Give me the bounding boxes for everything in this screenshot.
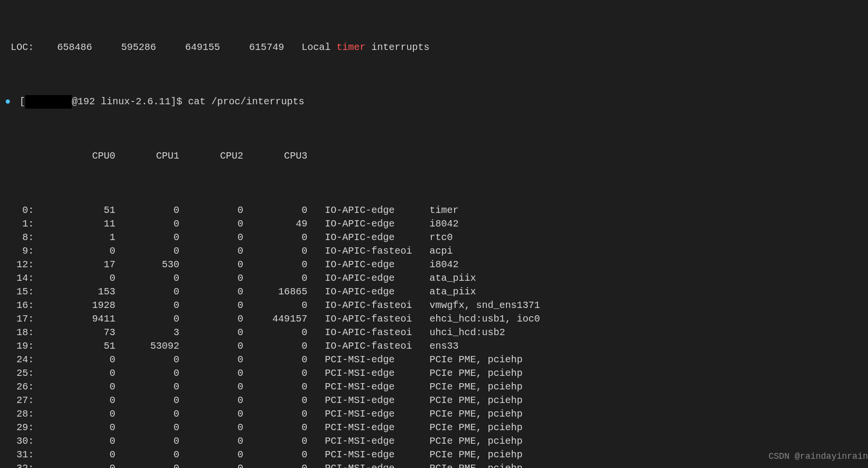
irq-type: IO-APIC-edge — [325, 259, 429, 270]
cpu2-val: 0 — [179, 395, 243, 406]
cpu3-val: 16865 — [243, 286, 307, 297]
cpu3-val: 0 — [243, 408, 307, 420]
cpu3-val: 0 — [243, 395, 307, 406]
cpu3-val: 0 — [243, 354, 307, 365]
hdr-cpu0: CPU0 — [28, 150, 115, 161]
cpu2-val: 0 — [179, 368, 243, 379]
table-row: 28: 0 0 0 0 PCI-MSI-edge PCIe PME, pcieh… — [5, 407, 868, 421]
table-row: 31: 0 0 0 0 PCI-MSI-edge PCIe PME, pcieh… — [5, 448, 868, 462]
irq-type: PCI-MSI-edge — [325, 463, 429, 468]
cpu0-val: 51 — [34, 205, 115, 216]
terminal-output[interactable]: LOC: 658486 595286 649155 615749 Local t… — [0, 0, 868, 468]
cpu3-val: 0 — [243, 368, 307, 379]
command-text: cat /proc/interrupts — [188, 96, 304, 107]
irq-num: 15: — [5, 286, 34, 297]
cpu2-val: 0 — [179, 436, 243, 447]
cpu0-val: 1 — [34, 232, 115, 243]
cpu0-val: 9411 — [34, 313, 115, 324]
loc-cpu3: 615749 — [220, 42, 284, 53]
cpu2-val: 0 — [179, 449, 243, 460]
cpu1-val: 0 — [115, 368, 179, 379]
irq-num: 1: — [5, 218, 34, 229]
cpu0-val: 0 — [34, 273, 115, 284]
cpu3-val: 0 — [243, 273, 307, 284]
irq-device: timer — [429, 205, 458, 216]
irq-device: ata_piix — [429, 286, 476, 297]
cpu1-val: 0 — [115, 286, 179, 297]
irq-num: 27: — [5, 395, 34, 406]
table-row: 24: 0 0 0 0 PCI-MSI-edge PCIe PME, pcieh… — [5, 353, 868, 367]
irq-type: IO-APIC-fasteoi — [325, 300, 429, 311]
cpu3-val: 0 — [243, 422, 307, 433]
irq-num: 9: — [5, 245, 34, 257]
loc-cpu1: 595286 — [92, 42, 156, 53]
irq-type: PCI-MSI-edge — [325, 449, 429, 460]
irq-device: uhci_hcd:usb2 — [429, 327, 505, 338]
cpu1-val: 0 — [115, 463, 179, 468]
cpu2-val: 0 — [179, 408, 243, 420]
irq-type: PCI-MSI-edge — [325, 408, 429, 420]
irq-type: PCI-MSI-edge — [325, 395, 429, 406]
cpu1-val: 0 — [115, 449, 179, 460]
cpu0-val: 0 — [34, 354, 115, 365]
cpu3-val: 0 — [243, 259, 307, 270]
irq-device: PCIe PME, pciehp — [429, 408, 522, 420]
cpu3-val: 0 — [243, 449, 307, 460]
prompt-pre: [ — [14, 96, 25, 107]
hdr-cpu2: CPU2 — [179, 150, 243, 161]
cpu2-val: 0 — [179, 354, 243, 365]
table-row: 9: 0 0 0 0 IO-APIC-fasteoi acpi — [5, 244, 868, 258]
cpu3-val: 49 — [243, 218, 307, 229]
cpu3-val: 0 — [243, 300, 307, 311]
cpu0-val: 73 — [34, 327, 115, 338]
irq-type: IO-APIC-fasteoi — [325, 327, 429, 338]
irq-type: PCI-MSI-edge — [325, 422, 429, 433]
irq-num: 31: — [5, 449, 34, 460]
irq-device: PCIe PME, pciehp — [429, 395, 522, 406]
table-row: 19: 51 53092 0 0 IO-APIC-fasteoi ens33 — [5, 339, 868, 353]
cpu0-val: 11 — [34, 218, 115, 229]
cpu1-val: 53092 — [115, 340, 179, 352]
irq-type: IO-APIC-edge — [325, 232, 429, 243]
irq-device: PCIe PME, pciehp — [429, 368, 522, 379]
table-row: 25: 0 0 0 0 PCI-MSI-edge PCIe PME, pcieh… — [5, 367, 868, 380]
table-row: 12: 17 530 0 0 IO-APIC-edge i8042 — [5, 258, 868, 272]
loc-text-a: Local — [301, 42, 336, 53]
irq-type: IO-APIC-fasteoi — [325, 313, 429, 324]
cpu1-val: 0 — [115, 273, 179, 284]
irq-num: 16: — [5, 300, 34, 311]
cpu1-val: 530 — [115, 259, 179, 270]
irq-num: 8: — [5, 232, 34, 243]
irq-num: 19: — [5, 340, 34, 352]
cpu0-val: 0 — [34, 463, 115, 468]
changed-indicator-icon: ● — [5, 95, 14, 109]
prompt-post: @192 linux-2.6.11]$ — [72, 96, 188, 107]
cpu1-val: 0 — [115, 354, 179, 365]
table-row: 27: 0 0 0 0 PCI-MSI-edge PCIe PME, pcieh… — [5, 394, 868, 407]
table-row: 30: 0 0 0 0 PCI-MSI-edge PCIe PME, pcieh… — [5, 435, 868, 448]
cpu1-val: 0 — [115, 381, 179, 392]
irq-device: PCIe PME, pciehp — [429, 422, 522, 433]
cpu3-val: 0 — [243, 463, 307, 468]
table-row: 17: 9411 0 0 449157 IO-APIC-fasteoi ehci… — [5, 312, 868, 326]
cpu2-val: 0 — [179, 300, 243, 311]
cpu0-val: 0 — [34, 422, 115, 433]
irq-device: PCIe PME, pciehp — [429, 463, 522, 468]
loc-label: LOC: — [5, 42, 34, 53]
table-row: 1: 11 0 0 49 IO-APIC-edge i8042 — [5, 217, 868, 231]
irq-device: PCIe PME, pciehp — [429, 449, 522, 460]
watermark: CSDN @raindayinrain — [769, 450, 868, 463]
cpu1-val: 0 — [115, 232, 179, 243]
interrupt-rows: 0: 51 0 0 0 IO-APIC-edge timer 1: 11 0 0… — [5, 204, 868, 468]
cpu3-val: 0 — [243, 232, 307, 243]
cpu1-val: 3 — [115, 327, 179, 338]
irq-num: 30: — [5, 436, 34, 447]
irq-type: PCI-MSI-edge — [325, 354, 429, 365]
cpu3-val: 0 — [243, 327, 307, 338]
cpu0-val: 0 — [34, 368, 115, 379]
cpu2-val: 0 — [179, 340, 243, 352]
irq-device: i8042 — [429, 218, 458, 229]
table-row: 0: 51 0 0 0 IO-APIC-edge timer — [5, 204, 868, 217]
hdr-cpu1: CPU1 — [115, 150, 179, 161]
cpu3-val: 0 — [243, 381, 307, 392]
